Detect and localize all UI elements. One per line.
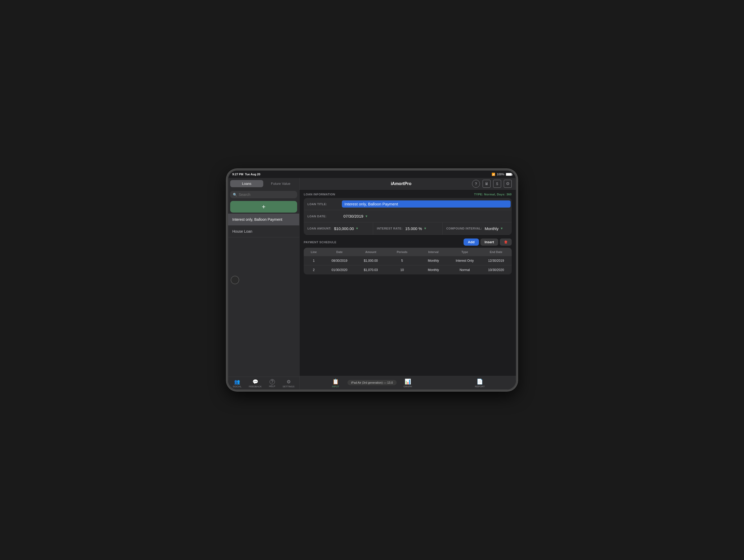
loan-info-area: LOAN INFORMATION TYPE: Normal, Days: 360…: [299, 190, 516, 376]
help-icon: ?: [270, 379, 275, 385]
loan-title-label: LOAN TITLE:: [304, 203, 341, 206]
payment-schedule-label: PAYMENT SCHEDULE: [304, 241, 337, 244]
col-periods: Periods: [386, 249, 418, 254]
help-circle-icon[interactable]: ?: [472, 180, 480, 188]
payment-schedule-table: Line Date Amount Periods Interval Type E…: [304, 248, 512, 274]
cell-amount-2: $1,070.03: [355, 268, 386, 272]
device-label: iPad Air (3rd generation) — 13.0: [347, 380, 397, 385]
cell-line-1: 1: [304, 258, 324, 263]
calculator-icon[interactable]: 🖩: [483, 180, 490, 188]
date-dropdown-arrow: ▼: [365, 214, 368, 218]
col-amount: Amount: [355, 249, 386, 254]
report-label: REPORT: [475, 385, 485, 388]
gear-header-icon[interactable]: ⚙: [504, 180, 512, 188]
sidebar-social[interactable]: 👥 SOCIAL: [233, 379, 241, 388]
main-bottom-tabs: 📋 INPUT 📊 GRAPH 📄 REPORT: [299, 376, 516, 390]
sidebar-help[interactable]: ? HELP: [269, 379, 275, 388]
settings-icon: ⚙: [287, 379, 291, 385]
loan-item-balloon[interactable]: Interest only, Balloon Payment: [228, 214, 299, 226]
wifi-icon: 📶: [492, 173, 495, 176]
social-icon: 👥: [234, 379, 240, 385]
sidebar-tabs: Loans Future Value: [228, 178, 299, 189]
report-icon: 📄: [477, 378, 483, 385]
help-label: HELP: [269, 385, 275, 388]
loan-title-value[interactable]: Interest only, Balloon Payment: [342, 200, 511, 207]
search-input[interactable]: [239, 193, 295, 197]
schedule-actions: Add Insert 🗑: [463, 239, 512, 246]
loan-type-label: TYPE: Normal, Days: 360: [474, 193, 512, 196]
status-bar: 9:27 PM Tue Aug 20 📶 100%: [228, 170, 516, 178]
col-date: Date: [324, 249, 355, 254]
loan-title-row: LOAN TITLE: Interest only, Balloon Payme…: [304, 198, 512, 210]
home-button[interactable]: [231, 276, 239, 284]
col-type: Type: [449, 249, 480, 254]
battery-icon: [506, 173, 512, 176]
main-content: iAmortPro ? 🖩 $ ⚙ LOAN INFORMATION TYPE:…: [299, 178, 516, 390]
loan-info-card: LOAN TITLE: Interest only, Balloon Payme…: [304, 198, 512, 235]
col-line: Line: [304, 249, 324, 254]
loan-date-value[interactable]: 07/30/2019 ▼: [341, 214, 512, 218]
payment-schedule-header: PAYMENT SCHEDULE Add Insert 🗑: [304, 239, 512, 246]
main-header: iAmortPro ? 🖩 $ ⚙: [299, 178, 516, 190]
col-interval: Interval: [418, 249, 449, 254]
interest-rate-label: INTEREST RATE:: [377, 227, 402, 230]
cell-periods-1: 5: [386, 258, 418, 263]
social-label: SOCIAL: [233, 385, 241, 388]
rate-dropdown-arrow: ▼: [423, 227, 427, 230]
interest-rate-value[interactable]: 15.000 % ▼: [405, 226, 427, 231]
cell-amount-1: $1,000.00: [355, 258, 386, 263]
compound-interval-value[interactable]: Monthly ▼: [485, 226, 503, 231]
app-title: iAmortPro: [330, 182, 472, 186]
cell-enddate-1: 12/30/2019: [481, 258, 512, 263]
graph-icon: 📊: [405, 378, 411, 385]
sidebar-bottom-bar: 👥 SOCIAL 💬 FEEDBACK ? HELP ⚙ SETTINGS: [228, 376, 299, 390]
table-row[interactable]: 2 01/30/2020 $1,070.03 10 Monthly Normal…: [304, 266, 512, 274]
loan-date-label: LOAN DATE:: [304, 215, 341, 218]
cell-interval-2: Monthly: [418, 268, 449, 272]
amount-dropdown-arrow: ▼: [356, 227, 359, 230]
tab-future-value[interactable]: Future Value: [264, 180, 297, 187]
sidebar-settings[interactable]: ⚙ SETTINGS: [283, 379, 295, 388]
tab-report[interactable]: 📄 REPORT: [444, 376, 516, 390]
input-icon: 📋: [332, 378, 339, 385]
loan-amount-label: LOAN AMOUNT:: [307, 227, 332, 230]
add-loan-button[interactable]: +: [230, 201, 297, 212]
cell-line-2: 2: [304, 268, 324, 272]
cell-date-2: 01/30/2020: [324, 268, 355, 272]
dollar-icon[interactable]: $: [493, 180, 501, 188]
cell-type-2: Normal: [449, 268, 480, 272]
table-header: Line Date Amount Periods Interval Type E…: [304, 248, 512, 256]
status-time: 9:27 PM Tue Aug 20: [232, 173, 260, 176]
table-row[interactable]: 1 08/30/2019 $1,000.00 5 Monthly Interes…: [304, 256, 512, 266]
graph-label: GRAPH: [404, 385, 412, 388]
col-end-date: End Date: [481, 249, 512, 254]
input-label: INPUT: [332, 385, 339, 388]
loan-info-section-label: LOAN INFORMATION TYPE: Normal, Days: 360: [304, 193, 512, 196]
status-right: 📶 100%: [492, 173, 512, 176]
loan-amount-value[interactable]: $10,000.00 ▼: [334, 226, 359, 231]
settings-label: SETTINGS: [283, 385, 295, 388]
cell-periods-2: 10: [386, 268, 418, 272]
add-schedule-button[interactable]: Add: [463, 239, 479, 246]
plus-icon: +: [262, 203, 265, 210]
delete-schedule-button[interactable]: 🗑: [500, 239, 512, 246]
app-container: Loans Future Value 🔍 + Interest only, Ba…: [228, 178, 516, 390]
insert-schedule-button[interactable]: Insert: [481, 239, 498, 246]
search-bar: 🔍: [230, 191, 297, 198]
loan-item-house[interactable]: House Loan: [228, 226, 299, 237]
sidebar-feedback[interactable]: 💬 FEEDBACK: [249, 379, 262, 388]
cell-type-1: Interest Only: [449, 258, 480, 263]
compound-interval-label: COMPOUND INTERVAL:: [446, 227, 482, 230]
feedback-icon: 💬: [252, 379, 258, 385]
cell-enddate-2: 10/30/2020: [481, 268, 512, 272]
loan-date-row: LOAN DATE: 07/30/2019 ▼: [304, 210, 512, 223]
cell-date-1: 08/30/2019: [324, 258, 355, 263]
battery-label: 100%: [497, 173, 504, 176]
cell-interval-1: Monthly: [418, 258, 449, 263]
header-icons: ? 🖩 $ ⚙: [472, 180, 512, 188]
tab-loans[interactable]: Loans: [230, 180, 263, 187]
sidebar: Loans Future Value 🔍 + Interest only, Ba…: [228, 178, 299, 390]
search-icon: 🔍: [233, 193, 237, 197]
compound-dropdown-arrow: ▼: [500, 227, 503, 230]
feedback-label: FEEDBACK: [249, 385, 262, 388]
